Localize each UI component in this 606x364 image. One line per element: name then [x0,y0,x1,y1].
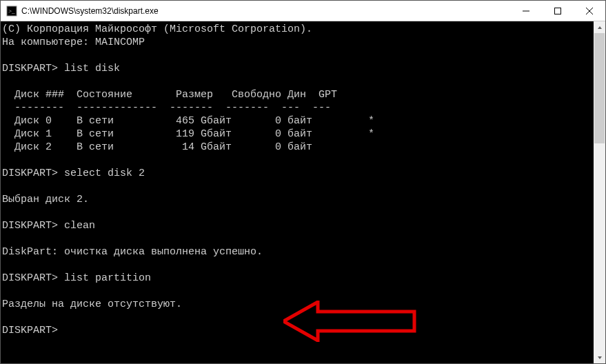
scroll-down-button[interactable] [594,352,605,363]
scroll-up-button[interactable] [594,21,605,33]
minimize-button[interactable] [510,1,542,21]
vertical-scrollbar[interactable] [594,21,605,363]
svg-marker-7 [598,356,602,359]
svg-text:>_: >_ [8,8,15,14]
window-controls [510,1,605,21]
svg-marker-6 [598,26,602,29]
scroll-thumb[interactable] [594,33,605,143]
svg-rect-3 [555,8,561,14]
close-button[interactable] [574,1,605,21]
window-title: C:\WINDOWS\system32\diskpart.exe [21,6,510,16]
maximize-button[interactable] [542,1,574,21]
console-output[interactable]: (C) Корпорация Майкрософт (Microsoft Cor… [1,21,594,363]
titlebar: >_ C:\WINDOWS\system32\diskpart.exe [1,1,605,21]
scroll-track[interactable] [594,33,605,352]
app-icon: >_ [6,6,17,17]
client-area: (C) Корпорация Майкрософт (Microsoft Cor… [1,21,605,363]
